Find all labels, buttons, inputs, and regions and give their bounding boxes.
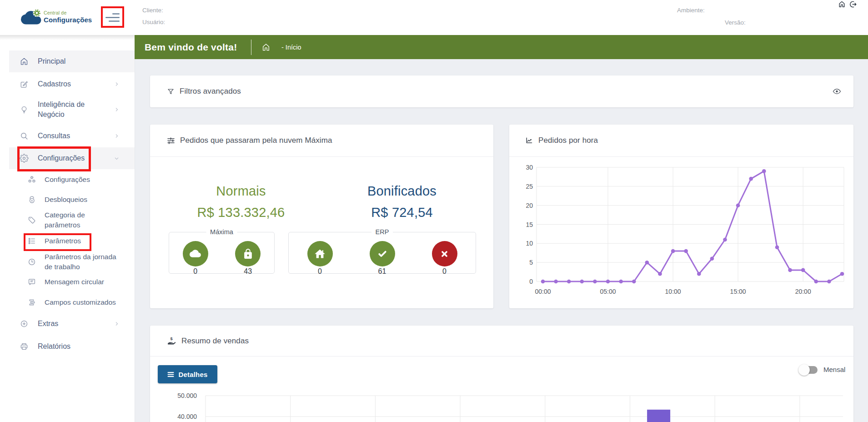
chevron-right-icon — [115, 82, 119, 86]
versao-label: Versão: — [725, 19, 746, 26]
orders-card-title: Pedidos que passaram pela nuvem Máxima — [180, 136, 332, 145]
toggle-track[interactable] — [799, 366, 818, 374]
normais-column: Normais R$ 133.332,46 — [168, 184, 314, 220]
sidebar-subitem-configuracoes[interactable]: Configurações — [9, 169, 135, 191]
logo-line2: Configurações — [44, 16, 92, 23]
sidebar-item-label: Principal — [38, 56, 65, 66]
sidebar-item-label: Parâmetros da jornada de trabalho — [45, 252, 121, 272]
list-icon — [27, 236, 36, 246]
erp-fieldset: ERP 0 61 0 — [288, 232, 476, 274]
gear-icon — [20, 154, 29, 163]
sidebar-item-configuracoes[interactable]: Configurações — [9, 147, 135, 169]
svg-text:$: $ — [171, 337, 173, 341]
gears-icon — [27, 175, 36, 184]
maxima-legend: Máxima — [206, 228, 237, 236]
edit-icon — [20, 80, 29, 89]
svg-text:20: 20 — [526, 202, 533, 209]
svg-text:5: 5 — [529, 259, 533, 266]
sidebar-subitem-parametros[interactable]: Parâmetros — [9, 230, 135, 252]
lightbulb-icon — [20, 105, 29, 114]
orders-summary-card: Pedidos que passaram pela nuvem Máxima N… — [150, 125, 493, 308]
breadcrumb[interactable]: - Início — [281, 44, 301, 51]
x-badge: 0 — [432, 241, 457, 275]
monthly-toggle[interactable]: Mensal — [799, 364, 845, 374]
sidebar-subitem-mensagem-circular[interactable]: Mensagem circular — [9, 271, 135, 293]
bonificados-column: Bonificados R$ 724,54 — [329, 184, 475, 220]
check-icon — [370, 241, 395, 266]
home-icon[interactable] — [838, 0, 846, 8]
details-button[interactable]: Detalhes — [158, 365, 217, 383]
details-button-menu-icon — [167, 372, 174, 377]
svg-text:10:00: 10:00 — [665, 288, 681, 295]
sidebar-toggle-button[interactable] — [103, 8, 122, 27]
cliente-label: Cliente: — [142, 7, 163, 14]
sidebar-item-label: Configurações — [45, 175, 90, 185]
lock-count: 43 — [244, 268, 252, 275]
app-logo[interactable]: Central de Configurações — [20, 5, 97, 28]
toggle-knob[interactable] — [798, 364, 810, 376]
sidebar-item-label: Parâmetros — [45, 236, 81, 246]
sidebar-item-label: Consultas — [38, 131, 70, 141]
hourly-card-title: Pedidos por hora — [538, 136, 598, 145]
x-mark-icon — [432, 241, 457, 266]
orders-per-hour-chart: 05101520253000:0005:0010:0015:0020:00 — [509, 156, 853, 308]
plus-circle-icon — [20, 319, 29, 328]
chart-line-icon — [525, 136, 533, 145]
orders-card-header: Pedidos que passaram pela nuvem Máxima — [150, 125, 493, 157]
ambiente-label: Ambiente: — [677, 7, 705, 14]
sidebar-item-inteligencia-de-negocio[interactable]: Inteligência de Negócio — [9, 97, 135, 122]
bonificados-value: R$ 724,54 — [329, 205, 475, 220]
bonificados-label: Bonificados — [329, 184, 475, 199]
logout-icon[interactable] — [849, 0, 858, 8]
printer-icon — [20, 342, 29, 351]
svg-text:30: 30 — [526, 164, 533, 171]
sales-summary-card: $ Resumo de vendas Detalhes Mensal 50.00… — [150, 326, 853, 422]
sidebar-item-label: Extras — [38, 319, 58, 329]
welcome-title: Bem vindo de volta! — [145, 42, 241, 53]
eye-icon[interactable] — [833, 88, 841, 95]
sidebar-item-relatorios[interactable]: Relatórios — [9, 336, 135, 357]
house-count: 0 — [318, 268, 322, 275]
sidebar-item-consultas[interactable]: Consultas — [9, 125, 135, 147]
breadcrumb-home-icon[interactable] — [261, 43, 271, 51]
sidebar-item-label: Cadastros — [38, 79, 71, 89]
unlock-icon — [27, 195, 36, 204]
header-actions — [838, 0, 858, 8]
cloud-icon — [183, 241, 208, 266]
chevron-right-icon — [115, 134, 119, 138]
cloud-gear-logo-icon — [20, 5, 44, 28]
cloud-badge: 0 — [183, 241, 208, 275]
sidebar-item-label: Inteligência de Negócio — [38, 100, 106, 120]
details-button-label: Detalhes — [178, 371, 207, 378]
tag-icon — [27, 216, 36, 225]
svg-text:25: 25 — [526, 183, 533, 190]
chevron-right-icon — [115, 322, 119, 326]
svg-text:0: 0 — [529, 278, 533, 285]
lock-badge: 43 — [235, 241, 261, 275]
sidebar-nav: Principal Cadastros Inteligência de Negó… — [0, 35, 135, 422]
orders-per-hour-card: Pedidos por hora 05101520253000:0005:001… — [509, 125, 853, 308]
sidebar-subitem-categoria-de-parametros[interactable]: Categoria de parâmetros — [9, 207, 135, 233]
chevron-right-icon — [115, 107, 119, 112]
cloud-count: 0 — [193, 268, 197, 275]
house-icon — [307, 241, 333, 266]
advanced-filters-card[interactable]: Filtros avançados — [150, 75, 853, 107]
sidebar-item-principal[interactable]: Principal — [9, 50, 135, 72]
chevron-down-icon — [114, 156, 119, 161]
sidebar-item-label: Campos customizados — [45, 297, 116, 307]
svg-text:00:00: 00:00 — [535, 288, 551, 295]
hamburger-menu-icon — [103, 8, 122, 27]
sidebar-item-label: Configurações — [38, 153, 85, 163]
svg-text:50.000: 50.000 — [177, 392, 197, 399]
sidebar-item-cadastros[interactable]: Cadastros — [9, 73, 135, 95]
filters-card-title: Filtros avançados — [180, 87, 241, 96]
x-count: 0 — [442, 268, 447, 275]
sidebar-item-extras[interactable]: Extras — [9, 313, 135, 335]
funnel-icon — [167, 88, 175, 95]
sidebar-subitem-campos-customizados[interactable]: Campos customizados — [9, 291, 135, 313]
logo-line1: Central de — [44, 10, 92, 15]
check-count: 61 — [378, 268, 386, 275]
search-icon — [20, 131, 29, 141]
hourly-card-header: Pedidos por hora — [509, 125, 853, 157]
lock-icon — [235, 241, 261, 266]
